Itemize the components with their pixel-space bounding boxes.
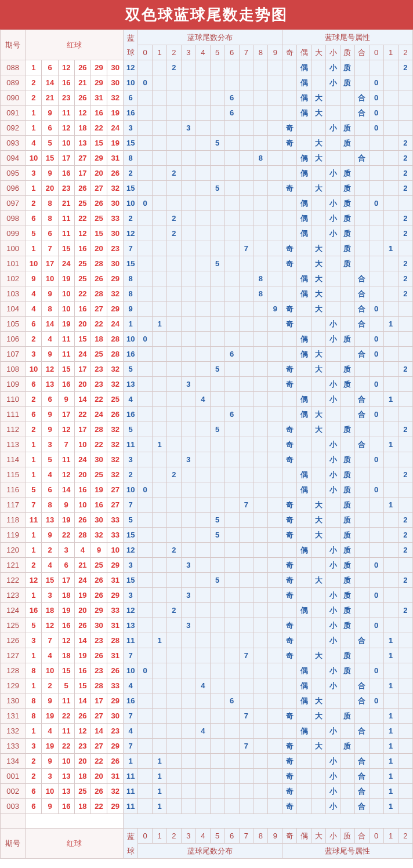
cell-blue bbox=[195, 739, 210, 754]
cell-blue bbox=[326, 362, 340, 377]
cell-blue bbox=[210, 106, 224, 121]
cell-blue bbox=[153, 196, 167, 211]
cell-blue bbox=[239, 362, 253, 377]
cell-blue bbox=[297, 181, 311, 196]
cell-blue bbox=[253, 482, 268, 497]
cell-blue bbox=[195, 181, 210, 196]
cell-blue bbox=[398, 739, 412, 754]
cell-blue: 0 bbox=[138, 196, 153, 211]
table-row: 132141112142344偶小合1 bbox=[1, 724, 413, 739]
cell-blue bbox=[195, 513, 210, 528]
cell-blue: 偶 bbox=[297, 90, 311, 106]
cell-red: 29 bbox=[107, 799, 124, 814]
cell-blue bbox=[224, 618, 239, 633]
table-row: 101101724252830155奇大质2 bbox=[1, 256, 413, 271]
cell-red: 2 bbox=[26, 75, 42, 90]
cell-blue bbox=[326, 497, 340, 513]
cell-period: 121 bbox=[1, 558, 26, 573]
cell-blue bbox=[340, 106, 354, 121]
cell-blue bbox=[268, 663, 282, 678]
cell-period: 123 bbox=[1, 588, 26, 603]
cell-blue bbox=[138, 136, 153, 151]
cell-blue bbox=[369, 543, 383, 558]
cell-blue bbox=[297, 573, 311, 588]
cell-blue bbox=[210, 739, 224, 754]
table-row: 104481016272999奇大合0 bbox=[1, 302, 413, 317]
cell-red: 32 bbox=[107, 784, 124, 799]
cell-blueball: 3 bbox=[124, 588, 138, 603]
cell-red: 14 bbox=[74, 633, 90, 648]
cell-red: 26 bbox=[74, 90, 90, 106]
cell-blue bbox=[268, 558, 282, 573]
table-body: 0881612262930122偶小质208921416212930100偶小质… bbox=[1, 60, 413, 829]
cell-blue bbox=[166, 452, 181, 467]
cell-red: 18 bbox=[58, 588, 74, 603]
cell-blue bbox=[138, 407, 153, 422]
cell-blue: 偶 bbox=[297, 332, 311, 347]
cell-blue: 质 bbox=[340, 467, 354, 482]
cell-red: 26 bbox=[107, 166, 124, 181]
cell-blue: 0 bbox=[138, 332, 153, 347]
cell-red: 16 bbox=[74, 663, 90, 678]
cell-red: 15 bbox=[42, 573, 58, 588]
cell-blue: 1 bbox=[153, 799, 167, 814]
cell-blue bbox=[224, 648, 239, 663]
cell-blue bbox=[138, 754, 153, 769]
cell-blue bbox=[268, 407, 282, 422]
cell-blueball: 16 bbox=[124, 106, 138, 121]
cell-blue: 1 bbox=[383, 392, 398, 407]
cell-blue bbox=[195, 603, 210, 618]
cell-blue bbox=[195, 543, 210, 558]
cell-blue bbox=[166, 422, 181, 437]
cell-red: 20 bbox=[90, 769, 107, 784]
cell-red: 15 bbox=[42, 151, 58, 166]
cell-period: 095 bbox=[1, 166, 26, 181]
cell-blue bbox=[253, 422, 268, 437]
cell-period: 092 bbox=[1, 121, 26, 136]
cell-blue bbox=[138, 693, 153, 709]
cell-red: 30 bbox=[90, 513, 107, 528]
table-row: 0995611121530122偶小质2 bbox=[1, 226, 413, 241]
cell-red: 16 bbox=[58, 799, 74, 814]
cell-blueball: 9 bbox=[124, 302, 138, 317]
cell-blue bbox=[354, 618, 369, 633]
cell-red: 31 bbox=[107, 151, 124, 166]
cell-red: 26 bbox=[74, 513, 90, 528]
cell-red: 5 bbox=[26, 618, 42, 633]
ftr-tail-col: 4 bbox=[195, 829, 210, 844]
cell-blue bbox=[398, 347, 412, 362]
cell-red: 6 bbox=[42, 392, 58, 407]
cell-blueball: 12 bbox=[124, 603, 138, 618]
cell-blue bbox=[369, 603, 383, 618]
cell-red: 17 bbox=[42, 256, 58, 271]
cell-blue bbox=[340, 392, 354, 407]
cell-blue bbox=[153, 75, 167, 90]
cell-blue bbox=[224, 241, 239, 256]
cell-blue bbox=[138, 226, 153, 241]
cell-blue: 偶 bbox=[297, 724, 311, 739]
cell-blue bbox=[210, 121, 224, 136]
cell-red: 15 bbox=[58, 362, 74, 377]
hdr-attr-col: 合 bbox=[354, 45, 369, 60]
cell-blue: 1 bbox=[383, 799, 398, 814]
cell-red: 14 bbox=[58, 482, 74, 497]
cell-blue: 2 bbox=[398, 271, 412, 286]
cell-red: 15 bbox=[58, 241, 74, 256]
cell-blue: 质 bbox=[340, 196, 354, 211]
cell-blue: 小 bbox=[326, 769, 340, 784]
cell-red: 10 bbox=[107, 543, 124, 558]
cell-blue bbox=[268, 106, 282, 121]
cell-blue bbox=[210, 332, 224, 347]
cell-red: 9 bbox=[42, 799, 58, 814]
cell-blue bbox=[297, 377, 311, 392]
cell-blue: 小 bbox=[326, 558, 340, 573]
cell-red: 30 bbox=[107, 226, 124, 241]
cell-blue bbox=[340, 769, 354, 784]
cell-blue bbox=[268, 256, 282, 271]
cell-blue bbox=[326, 181, 340, 196]
cell-blue: 偶 bbox=[297, 211, 311, 226]
cell-blue bbox=[239, 317, 253, 332]
cell-blue bbox=[383, 422, 398, 437]
cell-blue bbox=[138, 271, 153, 286]
cell-red: 33 bbox=[107, 211, 124, 226]
